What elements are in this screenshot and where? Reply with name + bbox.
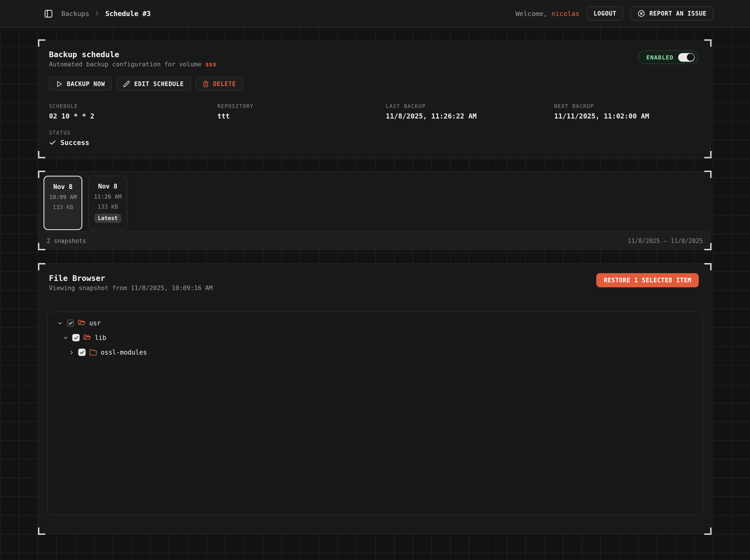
field-last-backup: LAST BACKUP 11/8/2025, 11:26:22 AM <box>386 102 554 122</box>
schedule-card-title: Backup schedule <box>49 49 700 59</box>
snapshots-card: Nov 8 10:09 AM 133 KB Nov 8 11:26 AM 133… <box>38 171 711 250</box>
nav-right: Welcome, nicolas LOGOUT REPORT AN ISSUE <box>515 6 713 21</box>
trash-icon <box>202 80 209 87</box>
main-area: Backup schedule Automated backup configu… <box>0 27 750 560</box>
field-value: 11/11/2025, 11:02:00 AM <box>554 111 723 122</box>
report-issue-button[interactable]: REPORT AN ISSUE <box>631 6 713 21</box>
snapshot-size: 133 KB <box>53 204 73 211</box>
folder-icon <box>89 348 97 356</box>
welcome-text: Welcome, nicolas <box>515 10 579 17</box>
corner-bracket <box>38 171 45 178</box>
corner-bracket <box>704 527 712 535</box>
corner-bracket <box>38 527 45 535</box>
snapshot-date: Nov 8 <box>53 183 73 191</box>
snapshot-time: 11:26 AM <box>94 193 121 200</box>
bug-report-icon <box>637 9 645 17</box>
tree-label[interactable]: usr <box>89 319 101 327</box>
enabled-toggle-pill[interactable]: ENABLED <box>638 50 699 64</box>
breadcrumb-current: Schedule #3 <box>105 9 151 18</box>
backup-schedule-card: Backup schedule Automated backup configu… <box>38 40 711 158</box>
logout-button[interactable]: LOGOUT <box>587 6 623 21</box>
corner-bracket <box>704 243 712 250</box>
field-label: SCHEDULE <box>49 102 217 110</box>
checkbox-usr[interactable] <box>67 319 74 327</box>
pencil-icon <box>123 80 130 87</box>
field-value: 02 10 * * 2 <box>49 111 217 122</box>
corner-bracket <box>704 151 712 158</box>
snapshot-time: 10:09 AM <box>49 194 77 201</box>
corner-bracket <box>38 243 45 250</box>
field-label: LAST BACKUP <box>386 102 554 110</box>
tree-row-lib[interactable]: lib <box>47 330 703 345</box>
folder-open-icon <box>78 319 85 327</box>
status-block: STATUS Success <box>49 129 700 148</box>
breadcrumb-parent[interactable]: Backups <box>61 10 89 17</box>
field-label: NEXT BACKUP <box>554 102 723 110</box>
folder-open-icon <box>83 334 91 342</box>
file-browser-card: File Browser Viewing snapshot from 11/8/… <box>38 263 711 534</box>
snapshot-count: 2 snapshots <box>47 237 86 244</box>
breadcrumb: Backups Schedule #3 <box>61 9 151 18</box>
field-label: REPOSITORY <box>217 102 386 110</box>
enabled-switch[interactable] <box>678 53 695 62</box>
username: nicolas <box>551 10 579 17</box>
snapshot-list: Nov 8 10:09 AM 133 KB Nov 8 11:26 AM 133… <box>39 172 711 230</box>
edit-schedule-button[interactable]: EDIT SCHEDULE <box>116 77 191 91</box>
corner-bracket <box>704 171 712 178</box>
snapshots-footer: 2 snapshots 11/8/2025 – 11/8/2025 <box>39 232 711 249</box>
switch-knob <box>687 54 694 61</box>
status-label: STATUS <box>49 129 700 136</box>
top-nav: Backups Schedule #3 Welcome, nicolas LOG… <box>0 0 750 27</box>
nav-left: Backups Schedule #3 <box>43 8 151 19</box>
chevron-right-icon <box>94 11 100 17</box>
checkbox-ossl-modules[interactable] <box>78 348 85 356</box>
tree-label[interactable]: ossl-modules <box>101 348 147 356</box>
corner-bracket <box>38 263 45 271</box>
status-value: Success <box>49 137 700 148</box>
field-schedule: SCHEDULE 02 10 * * 2 <box>49 102 217 122</box>
tree-row-ossl-modules[interactable]: ossl-modules <box>47 345 703 360</box>
volume-name: sss <box>205 60 216 68</box>
schedule-fields: SCHEDULE 02 10 * * 2 REPOSITORY ttt LAST… <box>49 102 700 122</box>
chevron-down-icon[interactable] <box>62 335 68 341</box>
schedule-actions: BACKUP NOW EDIT SCHEDULE DELETE <box>49 77 700 91</box>
latest-badge: Latest <box>94 214 121 223</box>
snapshot-date-range: 11/8/2025 – 11/8/2025 <box>628 237 703 244</box>
snapshot-item-selected[interactable]: Nov 8 10:09 AM 133 KB <box>43 176 82 230</box>
schedule-card-subtitle: Automated backup configuration for volum… <box>49 59 700 68</box>
restore-selected-button[interactable]: RESTORE 1 SELECTED ITEM <box>596 273 699 287</box>
corner-bracket <box>38 39 45 47</box>
field-value: 11/8/2025, 11:26:22 AM <box>386 111 554 122</box>
field-next-backup: NEXT BACKUP 11/11/2025, 11:02:00 AM <box>554 102 723 122</box>
snapshot-date: Nov 8 <box>98 182 117 190</box>
backup-app: Backups Schedule #3 Welcome, nicolas LOG… <box>0 0 750 560</box>
play-icon <box>56 80 63 87</box>
enabled-label: ENABLED <box>646 54 674 61</box>
corner-bracket <box>704 263 712 271</box>
chevron-down-icon[interactable] <box>57 320 63 326</box>
checkbox-lib[interactable] <box>72 334 80 341</box>
corner-bracket <box>704 39 712 47</box>
sidebar-toggle-icon[interactable] <box>43 8 54 19</box>
corner-bracket <box>38 151 45 158</box>
tree-row-usr[interactable]: usr <box>47 316 703 330</box>
snapshot-size: 133 KB <box>97 203 118 211</box>
field-repository: REPOSITORY ttt <box>217 102 386 122</box>
chevron-right-icon[interactable] <box>68 349 75 355</box>
backup-now-button[interactable]: BACKUP NOW <box>49 77 112 91</box>
tree-label[interactable]: lib <box>95 334 106 341</box>
snapshot-item[interactable]: Nov 8 11:26 AM 133 KB Latest <box>88 176 127 230</box>
delete-button[interactable]: DELETE <box>195 77 243 91</box>
file-tree-panel: usr lib <box>47 312 703 515</box>
check-icon <box>49 139 56 146</box>
field-value: ttt <box>217 111 386 122</box>
